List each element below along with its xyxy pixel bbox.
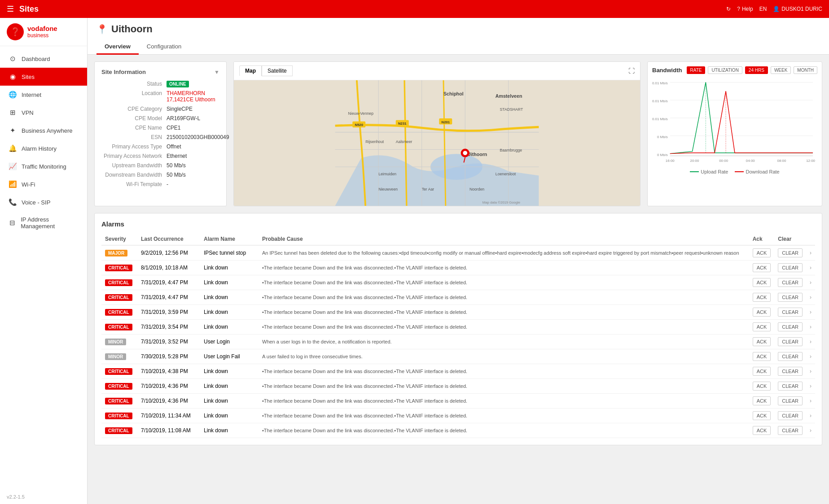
svg-text:0.01 Mb/s: 0.01 Mb/s bbox=[652, 99, 668, 103]
sidebar-label-business-anywhere: Business Anywhere bbox=[22, 127, 72, 134]
info-row-wifi-template: Wi-Fi Template - bbox=[101, 181, 219, 187]
table-row: MAJOR 9/2/2019, 12:56 PM IPSec tunnel st… bbox=[101, 245, 815, 261]
row-expand-icon[interactable]: › bbox=[810, 398, 811, 404]
ack-button[interactable]: ACK bbox=[753, 367, 771, 376]
probable-cause: •The interface became Down and the link … bbox=[259, 364, 749, 379]
ack-button[interactable]: ACK bbox=[753, 426, 771, 435]
info-row-upstream: Upstream Bandwidth 50 Mb/s bbox=[101, 162, 219, 169]
bw-btn-month[interactable]: MONTH bbox=[794, 66, 817, 74]
clear-button[interactable]: CLEAR bbox=[778, 352, 803, 361]
ack-button[interactable]: ACK bbox=[753, 352, 771, 361]
refresh-icon[interactable]: ↻ bbox=[726, 6, 731, 12]
sidebar-item-dashboard[interactable]: ⊙ Dashboard bbox=[0, 50, 87, 68]
row-expand-icon[interactable]: › bbox=[810, 324, 811, 330]
row-expand-icon[interactable]: › bbox=[810, 413, 811, 419]
sidebar-version: v2.2-1.5 bbox=[0, 490, 87, 504]
clear-button[interactable]: CLEAR bbox=[778, 426, 803, 435]
user-profile[interactable]: 👤 DUSKO1 DURIC bbox=[773, 6, 822, 12]
status-badge: ONLINE bbox=[167, 81, 189, 87]
clear-button[interactable]: CLEAR bbox=[778, 382, 803, 391]
map-tab-map[interactable]: Map bbox=[239, 65, 262, 76]
tab-configuration[interactable]: Configuration bbox=[139, 39, 189, 55]
row-expand-icon[interactable]: › bbox=[810, 353, 811, 360]
clear-button[interactable]: CLEAR bbox=[778, 337, 803, 346]
table-row: CRITICAL 7/31/2019, 3:54 PM Link down •T… bbox=[101, 320, 815, 335]
row-expand-icon[interactable]: › bbox=[810, 368, 811, 374]
clear-button[interactable]: CLEAR bbox=[778, 322, 803, 331]
ack-button[interactable]: ACK bbox=[753, 263, 771, 272]
row-expand-icon[interactable]: › bbox=[810, 294, 811, 300]
clear-button[interactable]: CLEAR bbox=[778, 248, 803, 257]
sidebar-item-traffic-monitoring[interactable]: 📈 Traffic Monitoring bbox=[0, 157, 87, 175]
row-expand-icon[interactable]: › bbox=[810, 309, 811, 315]
info-row-status: Status ONLINE bbox=[101, 81, 219, 87]
clear-button[interactable]: CLEAR bbox=[778, 308, 803, 317]
ack-button[interactable]: ACK bbox=[753, 308, 771, 317]
table-row: CRITICAL 7/10/2019, 4:36 PM Link down •T… bbox=[101, 394, 815, 408]
sidebar-item-business-anywhere[interactable]: ✦ Business Anywhere bbox=[0, 122, 87, 139]
bw-btn-24hrs[interactable]: 24 HRS bbox=[745, 66, 768, 74]
svg-text:Amstelveen: Amstelveen bbox=[496, 93, 522, 99]
row-expand-icon[interactable]: › bbox=[810, 250, 811, 256]
bw-btn-utilization[interactable]: UTILIZATION bbox=[708, 66, 742, 74]
probable-cause: •The interface became Down and the link … bbox=[259, 320, 749, 335]
sidebar-item-internet[interactable]: 🌐 Internet bbox=[0, 86, 87, 104]
clear-button[interactable]: CLEAR bbox=[778, 396, 803, 405]
sidebar-item-alarm-history[interactable]: 🔔 Alarm History bbox=[0, 139, 87, 157]
row-expand-icon[interactable]: › bbox=[810, 339, 811, 345]
probable-cause: •The interface became Down and the link … bbox=[259, 408, 749, 423]
sidebar-item-wifi[interactable]: 📶 Wi-Fi bbox=[0, 175, 87, 193]
clear-button[interactable]: CLEAR bbox=[778, 263, 803, 272]
table-row: CRITICAL 7/10/2019, 4:36 PM Link down •T… bbox=[101, 379, 815, 394]
col-header-ack: Ack bbox=[749, 233, 775, 245]
sidebar-label-traffic-monitoring: Traffic Monitoring bbox=[22, 163, 66, 170]
fullscreen-icon[interactable]: ⛶ bbox=[628, 67, 635, 74]
ack-button[interactable]: ACK bbox=[753, 337, 771, 346]
svg-text:0 Mb/s: 0 Mb/s bbox=[657, 153, 668, 157]
site-info-chevron-icon[interactable]: ▼ bbox=[214, 69, 219, 75]
row-expand-icon[interactable]: › bbox=[810, 427, 811, 434]
clear-button[interactable]: CLEAR bbox=[778, 278, 803, 287]
tab-overview[interactable]: Overview bbox=[96, 39, 139, 55]
row-expand-icon[interactable]: › bbox=[810, 265, 811, 271]
sidebar-item-vpn[interactable]: ⊞ VPN bbox=[0, 104, 87, 122]
hamburger-icon[interactable]: ☰ bbox=[7, 4, 14, 14]
bw-btn-rate[interactable]: RATE bbox=[687, 66, 706, 74]
info-row-esn: ESN 21500102003GHB000049 bbox=[101, 134, 219, 140]
col-header-clear: Clear bbox=[774, 233, 806, 245]
vpn-icon: ⊞ bbox=[8, 109, 17, 117]
bandwidth-card: Bandwidth RATE UTILIZATION 24 HRS WEEK M… bbox=[647, 61, 822, 206]
alarms-tbody: MAJOR 9/2/2019, 12:56 PM IPSec tunnel st… bbox=[101, 245, 815, 438]
ack-button[interactable]: ACK bbox=[753, 322, 771, 331]
sidebar-item-ip-address[interactable]: ⊟ IP Address Management bbox=[0, 211, 87, 235]
map-card: Map Satellite ⛶ bbox=[233, 61, 640, 206]
bw-btn-week[interactable]: WEEK bbox=[771, 66, 791, 74]
sidebar-item-sites[interactable]: ◉ Sites bbox=[0, 68, 87, 86]
ack-button[interactable]: ACK bbox=[753, 248, 771, 257]
table-row: CRITICAL 7/31/2019, 3:59 PM Link down •T… bbox=[101, 305, 815, 320]
location-link[interactable]: THAMERHORN 17,1421CE Uithoorn bbox=[167, 90, 215, 103]
ack-button[interactable]: ACK bbox=[753, 293, 771, 302]
page-title: Sites bbox=[19, 4, 726, 14]
sidebar-label-alarm-history: Alarm History bbox=[22, 145, 57, 152]
map-tab-satellite[interactable]: Satellite bbox=[262, 65, 293, 76]
row-expand-icon[interactable]: › bbox=[810, 383, 811, 389]
row-expand-icon[interactable]: › bbox=[810, 279, 811, 286]
svg-text:Schiphol: Schiphol bbox=[443, 91, 464, 96]
upload-rate-color bbox=[690, 171, 699, 172]
clear-button[interactable]: CLEAR bbox=[778, 367, 803, 376]
language-selector[interactable]: EN bbox=[759, 6, 767, 12]
dashboard-icon: ⊙ bbox=[8, 55, 17, 63]
ack-button[interactable]: ACK bbox=[753, 382, 771, 391]
clear-button[interactable]: CLEAR bbox=[778, 411, 803, 420]
legend-download-label: Download Rate bbox=[746, 169, 779, 174]
clear-button[interactable]: CLEAR bbox=[778, 293, 803, 302]
cpe-name-value: CPE1 bbox=[167, 125, 219, 131]
svg-text:16:00: 16:00 bbox=[666, 159, 675, 163]
ack-button[interactable]: ACK bbox=[753, 396, 771, 405]
ack-button[interactable]: ACK bbox=[753, 278, 771, 287]
ack-button[interactable]: ACK bbox=[753, 411, 771, 420]
probable-cause: When a user logs in to the device, a not… bbox=[259, 335, 749, 349]
help-button[interactable]: ? Help bbox=[737, 6, 753, 12]
sidebar-item-voice-sip[interactable]: 📞 Voice - SIP bbox=[0, 193, 87, 211]
